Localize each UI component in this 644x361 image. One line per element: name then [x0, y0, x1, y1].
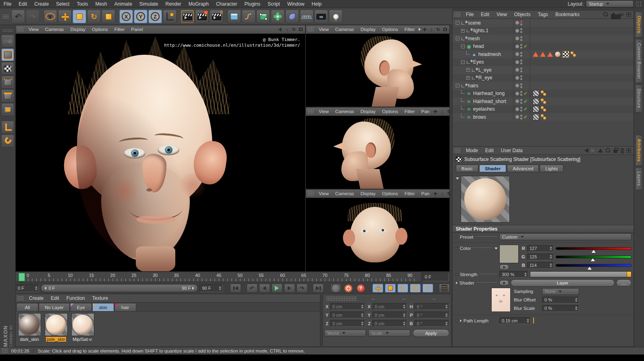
- viewport-menu-item[interactable]: View: [316, 191, 332, 196]
- editor-visibility-dot[interactable]: [515, 37, 519, 40]
- axis-mode-button[interactable]: [1, 121, 14, 134]
- tree-row[interactable]: ≈brows✓: [453, 113, 634, 121]
- object-label[interactable]: scene: [468, 20, 481, 26]
- editor-visibility-dot[interactable]: [515, 68, 519, 72]
- channel-value-field[interactable]: 125: [527, 254, 554, 260]
- tree-row[interactable]: −◉head✓: [453, 43, 634, 51]
- add-array-button[interactable]: [271, 10, 285, 23]
- coordinate-space-select[interactable]: World: [324, 330, 366, 336]
- record-position-toggle[interactable]: [372, 284, 383, 293]
- object-label[interactable]: brows: [473, 114, 486, 120]
- menu-item[interactable]: Render: [162, 1, 185, 7]
- menu-overflow-icon[interactable]: [419, 28, 421, 31]
- expander-icon[interactable]: +: [466, 76, 470, 80]
- drag-handle[interactable]: [307, 109, 314, 114]
- shader-preview[interactable]: [461, 176, 510, 223]
- drag-handle[interactable]: [454, 148, 461, 153]
- editor-visibility-dot[interactable]: [515, 115, 519, 119]
- shader-layer-button[interactable]: Layer: [511, 279, 615, 287]
- dots-tag[interactable]: [541, 99, 546, 104]
- viewport-menu-item[interactable]: Filter: [401, 27, 418, 32]
- current-frame-marker[interactable]: [19, 273, 25, 281]
- menu-item[interactable]: Create: [31, 1, 52, 7]
- drag-handle[interactable]: [2, 14, 9, 19]
- expander-icon[interactable]: +: [466, 68, 470, 72]
- viewport-canvas[interactable]: [306, 116, 449, 189]
- viewport-menu-item[interactable]: Pan: [418, 109, 432, 114]
- editor-visibility-dot[interactable]: [515, 45, 519, 48]
- object-label[interactable]: lights.1: [473, 28, 488, 33]
- viewport-canvas[interactable]: [306, 198, 449, 271]
- rotation-b-field[interactable]: 0 °: [414, 320, 449, 327]
- dots-tag[interactable]: [571, 52, 576, 57]
- record-scale-toggle[interactable]: [385, 284, 396, 293]
- tree-row[interactable]: +∟⁰R_eye: [453, 74, 634, 82]
- layout-select[interactable]: Startup: [586, 0, 634, 7]
- visibility-dot[interactable]: [520, 118, 522, 120]
- editor-visibility-dot[interactable]: [515, 52, 519, 56]
- key-checkbox[interactable]: [456, 236, 458, 238]
- key-checkbox[interactable]: [456, 320, 458, 322]
- material-item[interactable]: dark_skin: [17, 313, 42, 342]
- stepper-icon[interactable]: [548, 246, 552, 250]
- record-parameter-toggle[interactable]: P: [410, 284, 421, 293]
- tree-row[interactable]: +∟⁰L_eye: [453, 66, 634, 74]
- goto-end-button[interactable]: [313, 284, 324, 293]
- visibility-dot[interactable]: [520, 70, 522, 72]
- rotation-p-field[interactable]: 0 °: [414, 311, 449, 318]
- tree-row[interactable]: −∟⁰hairs: [453, 82, 634, 90]
- path-length-field[interactable]: 0.15 cm: [499, 317, 531, 324]
- next-key-button[interactable]: ↷: [297, 284, 307, 293]
- material-item[interactable]: Mip/Sat-v:: [71, 313, 95, 342]
- attribute-tab[interactable]: Shader: [479, 165, 506, 172]
- editor-visibility-dot[interactable]: [515, 29, 519, 33]
- channel-slider[interactable]: [556, 264, 632, 267]
- keyframe-selection-button[interactable]: [439, 284, 450, 293]
- editor-visibility-dot[interactable]: [515, 107, 519, 111]
- position-x-field[interactable]: 0 cm: [330, 303, 365, 310]
- stepper-icon[interactable]: [548, 255, 552, 259]
- strength-slider[interactable]: [530, 271, 632, 277]
- menu-item[interactable]: Script: [264, 1, 284, 7]
- sampling-select[interactable]: None: [542, 288, 579, 295]
- start-frame-field[interactable]: 0 F: [15, 284, 39, 292]
- viewport-menu-item[interactable]: Display: [357, 191, 379, 196]
- menu-item[interactable]: Edit: [477, 12, 493, 17]
- parent-icon[interactable]: [598, 149, 603, 153]
- enabled-check-icon[interactable]: ✓: [524, 99, 528, 104]
- viewport-menu-item[interactable]: View: [316, 27, 332, 32]
- texture-mode-button[interactable]: [1, 62, 14, 75]
- menu-item[interactable]: Function: [63, 295, 89, 301]
- tree-row[interactable]: −∟⁰scene: [453, 19, 634, 27]
- drag-handle[interactable]: [307, 27, 314, 32]
- layer-tab[interactable]: All: [17, 303, 38, 311]
- dots-tag[interactable]: [541, 106, 546, 112]
- expander-icon[interactable]: +: [461, 29, 465, 33]
- render-visibility-dot[interactable]: [520, 28, 522, 30]
- tri-tag[interactable]: [540, 52, 546, 57]
- render-settings-button[interactable]: ⚙: [210, 10, 223, 23]
- checker-tag[interactable]: [563, 51, 569, 58]
- object-label[interactable]: hairs: [468, 83, 478, 89]
- tri-tag[interactable]: [547, 52, 553, 57]
- panel-tab[interactable]: Content Browser: [636, 39, 643, 83]
- render-view-button[interactable]: [181, 10, 194, 23]
- home-icon[interactable]: [611, 12, 616, 17]
- menu-item[interactable]: User Data: [497, 148, 526, 153]
- redo-button[interactable]: ↷: [26, 10, 39, 23]
- collapse-icon[interactable]: [460, 319, 462, 322]
- viewport-menu-item[interactable]: Cameras: [332, 191, 357, 196]
- apply-button[interactable]: Apply: [413, 329, 449, 337]
- dots-tag[interactable]: [541, 114, 546, 120]
- render-visibility-dot[interactable]: [520, 75, 522, 77]
- size-x-field[interactable]: 0 cm: [372, 303, 407, 310]
- slider-handle[interactable]: [627, 272, 631, 277]
- play-button[interactable]: [272, 284, 283, 293]
- drag-handle[interactable]: [17, 27, 24, 32]
- position-z-field[interactable]: 0 cm: [330, 320, 365, 327]
- visibility-dot[interactable]: [520, 39, 522, 41]
- material-item[interactable]: pale_skin: [44, 313, 68, 342]
- object-label[interactable]: mesh: [468, 36, 480, 41]
- zoom-view-icon[interactable]: ↕: [440, 109, 445, 114]
- attribute-tab[interactable]: Advanced: [507, 165, 539, 172]
